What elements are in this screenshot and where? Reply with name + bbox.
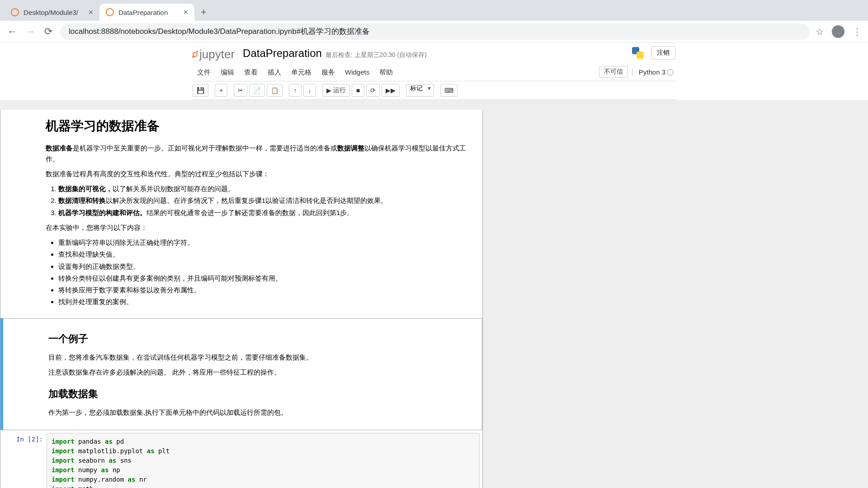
python-logo-icon	[631, 46, 645, 60]
stop-button[interactable]: ■	[352, 84, 364, 97]
cut-button[interactable]: ✂	[234, 84, 247, 97]
paragraph: 数据准备过程具有高度的交互性和迭代性。典型的过程至少包括以下步骤：	[46, 169, 477, 179]
markdown-cell-selected[interactable]: 一个例子 目前，您将准备汽车数据集，在尝试训练任何机器学习模型之前，需要仔细准备…	[0, 318, 482, 430]
reload-icon[interactable]: ⟳	[42, 26, 54, 38]
list-item: 机器学习模型的构建和评估。结果的可视化通常会进一步了解还需要准备的数据，因此回到…	[58, 207, 477, 218]
back-icon[interactable]: ←	[6, 26, 18, 38]
forward-icon[interactable]: →	[24, 26, 36, 38]
menu-insert[interactable]: 插入	[263, 66, 286, 79]
list-item: 找到并处理重复的案例。	[58, 296, 477, 307]
url-text: localhost:8888/notebooks/Desktop/Module3…	[69, 26, 370, 37]
run-button[interactable]: ▶ 运行	[322, 84, 350, 97]
save-button[interactable]: 💾	[193, 84, 208, 97]
tab-title: Desktop/Module3/	[24, 9, 78, 16]
add-cell-button[interactable]: +	[215, 84, 227, 97]
list-item: 将转换应用于数字要素和标签以改善分布属性。	[58, 285, 477, 295]
command-palette-button[interactable]: ⌨	[440, 84, 458, 97]
notebook-container: 机器学习的数据准备 数据准备是机器学习中至关重要的一步。正如可视化对于理解数据中…	[0, 100, 868, 488]
copy-button[interactable]: 📄	[249, 84, 265, 97]
list-item: 转换分类特征以创建具有更多案例的类别，并且编码可能对预测标签有用。	[58, 273, 477, 283]
move-up-button[interactable]: ↑	[289, 84, 302, 97]
tab-strip: Desktop/Module3/ × DataPreparation × +	[0, 0, 868, 21]
paste-button[interactable]: 📋	[267, 84, 283, 97]
browser-tab[interactable]: Desktop/Module3/ ×	[5, 4, 99, 21]
menu-widgets[interactable]: Widgets	[340, 66, 374, 79]
restart-button[interactable]: ⟳	[366, 84, 380, 97]
list-item: 数据集的可视化，以了解关系并识别数据可能存在的问题。	[58, 183, 477, 194]
jupyter-logo[interactable]: jupyter	[193, 47, 235, 61]
checkpoint-status: 最后检查: 上星期三20:30 (自动保存)	[326, 51, 427, 59]
menu-file[interactable]: 文件	[193, 66, 215, 79]
menubar: 文件 编辑 查看 插入 单元格 服务 Widgets 帮助 不可信 | Pyth…	[193, 64, 675, 81]
heading-1: 机器学习的数据准备	[46, 116, 477, 136]
close-icon[interactable]: ×	[183, 8, 188, 17]
menu-icon[interactable]: ⋮	[853, 26, 862, 37]
code-cell[interactable]: In [2]: import pandas as pd import matpl…	[0, 430, 482, 488]
heading-2: 加载数据集	[48, 386, 313, 402]
heading-2: 一个例子	[48, 331, 313, 347]
cell-type-select[interactable]: 标记	[406, 84, 434, 97]
ordered-list: 数据集的可视化，以了解关系并识别数据可能存在的问题。 数据清理和转换以解决所发现…	[58, 183, 477, 218]
menu-view[interactable]: 查看	[240, 66, 262, 79]
menu-edit[interactable]: 编辑	[216, 66, 239, 79]
markdown-cell[interactable]: 机器学习的数据准备 数据准备是机器学习中至关重要的一步。正如可视化对于理解数据中…	[0, 110, 482, 318]
jupyter-logo-text: jupyter	[199, 47, 235, 61]
paragraph: 目前，您将准备汽车数据集，在尝试训练任何机器学习模型之前，需要仔细准备数据集。	[48, 352, 313, 362]
star-icon[interactable]: ☆	[816, 26, 824, 37]
input-prompt: In [2]:	[3, 433, 47, 488]
list-item: 重新编码字符串以消除无法正确处理的字符。	[58, 237, 477, 248]
menu-kernel[interactable]: 服务	[317, 66, 340, 79]
list-item: 数据清理和转换以解决所发现的问题。在许多情况下，然后重复步骤1以验证清洁和转化是…	[58, 195, 477, 206]
paragraph: 数据准备是机器学习中至关重要的一步。正如可视化对于理解数据中一样，需要进行适当的…	[46, 143, 477, 164]
jupyter-favicon	[106, 8, 114, 16]
close-icon[interactable]: ×	[88, 8, 93, 17]
profile-avatar[interactable]	[832, 25, 844, 38]
unordered-list: 重新编码字符串以消除无法正确处理的字符。 查找和处理缺失值。 设置每列的正确数据…	[58, 237, 477, 307]
menu-cell[interactable]: 单元格	[287, 66, 316, 79]
logout-button[interactable]: 注销	[651, 46, 675, 60]
move-down-button[interactable]: ↓	[303, 84, 316, 97]
jupyter-favicon	[11, 8, 19, 16]
tab-title: DataPreparation	[118, 9, 168, 16]
jupyter-logo-icon	[193, 52, 198, 57]
restart-run-all-button[interactable]: ▶▶	[382, 84, 400, 97]
kernel-indicator-icon	[667, 69, 674, 75]
page-viewport[interactable]: jupyter DataPreparation 最后检查: 上星期三20:30 …	[0, 42, 868, 488]
list-item: 查找和处理缺失值。	[58, 249, 477, 259]
browser-tab[interactable]: DataPreparation ×	[99, 4, 194, 21]
menu-help[interactable]: 帮助	[375, 66, 397, 79]
browser-chrome: Desktop/Module3/ × DataPreparation × + ←…	[0, 0, 868, 42]
jupyter-header: jupyter DataPreparation 最后检查: 上星期三20:30 …	[193, 42, 675, 64]
paragraph: 作为第一步，您必须加载数据集,执行下面单元格中的代码以加载运行所需的包。	[48, 407, 313, 418]
toolbar: 💾 + ✂ 📄 📋 ↑ ↓ ▶ 运行 ■ ⟳ ▶▶ 标记 ⌨	[193, 81, 675, 100]
paragraph: 注意该数据集存在许多必须解决的问题。 此外，将应用一些特征工程的操作。	[48, 367, 313, 377]
trust-button[interactable]: 不可信	[599, 66, 628, 78]
url-bar: ← → ⟳ localhost:8888/notebooks/Desktop/M…	[0, 21, 868, 42]
address-bar[interactable]: localhost:8888/notebooks/Desktop/Module3…	[61, 23, 809, 40]
kernel-name[interactable]: Python 3	[637, 68, 675, 76]
code-editor[interactable]: import pandas as pd import matplotlib.py…	[47, 433, 480, 488]
notebook-name[interactable]: DataPreparation	[243, 47, 322, 60]
paragraph: 在本实验中，您将学习以下内容：	[46, 222, 477, 233]
list-item: 设置每列的正确数据类型。	[58, 261, 477, 272]
new-tab-button[interactable]: +	[194, 6, 213, 18]
